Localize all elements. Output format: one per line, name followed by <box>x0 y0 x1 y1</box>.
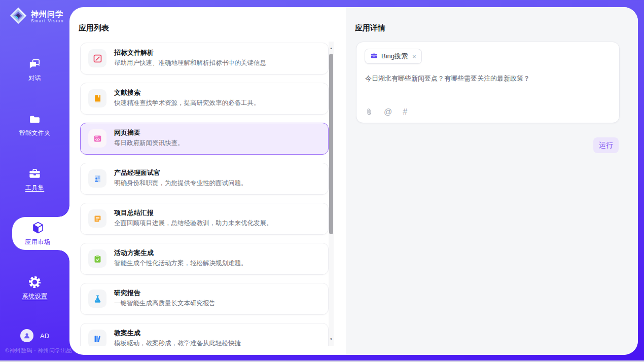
interview-icon <box>88 169 106 188</box>
book-icon <box>88 89 106 107</box>
sidebar-item[interactable]: 应用市场 <box>12 217 69 250</box>
app-card-title: 文献搜索 <box>114 88 140 97</box>
app-card[interactable]: 研究报告 一键智能生成高质量长文本研究报告 <box>80 283 329 315</box>
user-row[interactable]: AD <box>20 329 49 342</box>
edit-doc-icon <box>88 49 106 67</box>
note-icon <box>88 209 106 228</box>
app-card-title: 项目总结汇报 <box>114 208 154 218</box>
avatar[interactable] <box>20 329 33 342</box>
app-window: 神州问学 Smart Vision 对话 智能文件夹 工具集 应用市场 <box>0 0 644 362</box>
app-card-title: 研究报告 <box>114 288 140 298</box>
prompt-card[interactable]: Bing搜索 × 今日湖北有哪些新闻要点？有哪些需要关注的最新政策？ @ # <box>356 42 620 123</box>
app-card-description: 全面回顾项目进展，总结经验教训，助力未来优化发展。 <box>114 219 273 228</box>
run-button[interactable]: 运行 <box>593 137 619 153</box>
app-card-title: 网页摘要 <box>114 128 140 137</box>
app-card-title: 教案生成 <box>114 329 140 338</box>
toolbox-icon <box>28 167 42 180</box>
briefcase-icon <box>370 52 378 61</box>
main-content: 应用列表 招标文件解析 帮助用户快速、准确地理解和解析招标书中的关键信息 文献搜… <box>69 7 638 355</box>
app-card[interactable]: 项目总结汇报 全面回顾项目进展，总结经验教训，助力未来优化发展。 <box>80 203 329 235</box>
sidebar-item-label: 智能文件夹 <box>19 129 51 137</box>
app-card-description: 帮助用户快速、准确地理解和解析招标书中的关键信息 <box>114 59 266 67</box>
attachment-toolbar: @ # <box>365 108 407 116</box>
tool-tag-label: Bing搜索 <box>381 52 408 61</box>
cube-icon <box>31 221 45 235</box>
clipboard-check-icon <box>88 249 106 268</box>
browser-code-icon <box>88 129 106 148</box>
sidebar-item-label: 系统设置 <box>22 292 48 301</box>
app-card-title: 招标文件解析 <box>114 48 154 57</box>
app-list-panel: 应用列表 招标文件解析 帮助用户快速、准确地理解和解析招标书中的关键信息 文献搜… <box>69 7 346 355</box>
app-list-title: 应用列表 <box>79 23 109 33</box>
app-detail-title: 应用详情 <box>355 23 385 33</box>
app-card[interactable]: 产品经理面试官 明确身份和职责，为您提供专业性的面试问题。 <box>80 163 329 195</box>
scrollbar-down-arrow[interactable]: ▼ <box>329 337 334 342</box>
app-card-description: 智能生成个性化活动方案，轻松解决规划难题。 <box>114 259 247 268</box>
sidebar: 神州问学 Smart Vision 对话 智能文件夹 工具集 应用市场 <box>0 0 69 362</box>
user-initials: AD <box>40 332 49 340</box>
app-card-description: 每日政府新闻资讯快查。 <box>114 139 184 148</box>
brand-diamond-icon <box>9 7 27 27</box>
prompt-text[interactable]: 今日湖北有哪些新闻要点？有哪些需要关注的最新政策？ <box>365 74 611 84</box>
app-card-description: 一键智能生成高质量长文本研究报告 <box>114 299 216 308</box>
app-detail-panel: 应用详情 Bing搜索 × 今日湖北有哪些新闻要点？有哪些需要关注的最新政策？ <box>346 7 638 355</box>
scrollbar-up-arrow[interactable]: ▲ <box>329 46 334 51</box>
app-card[interactable]: 教案生成 模板驱动，教案秒成，教学准备从此轻松快捷 <box>80 323 329 346</box>
brand-subtitle: Smart Vision <box>31 19 64 24</box>
app-logo: 神州问学 Smart Vision <box>9 7 64 27</box>
sidebar-item[interactable]: 智能文件夹 <box>0 113 69 137</box>
app-card-description: 快速精准查找学术资源，提高研究效率的必备工具。 <box>114 99 260 107</box>
sidebar-item[interactable]: 对话 <box>0 57 69 83</box>
sidebar-item-label: 对话 <box>28 74 41 83</box>
paperclip-icon[interactable] <box>365 108 373 116</box>
mention-icon[interactable]: @ <box>384 108 392 116</box>
app-card[interactable]: 活动方案生成 智能生成个性化活动方案，轻松解决规划难题。 <box>80 243 329 275</box>
app-card-title: 活动方案生成 <box>114 248 154 258</box>
brand-name: 神州问学 <box>31 10 64 18</box>
app-card[interactable]: 网页摘要 每日政府新闻资讯快查。 <box>80 123 329 155</box>
chat-icon <box>28 57 42 71</box>
sidebar-item[interactable]: 工具集 <box>0 167 69 192</box>
close-icon[interactable]: × <box>412 53 416 60</box>
gear-icon <box>28 275 42 289</box>
tool-tag[interactable]: Bing搜索 × <box>365 49 422 64</box>
sidebar-item[interactable]: 系统设置 <box>0 275 69 301</box>
app-card[interactable]: 招标文件解析 帮助用户快速、准确地理解和解析招标书中的关键信息 <box>80 43 329 75</box>
app-card-description: 模板驱动，教案秒成，教学准备从此轻松快捷 <box>114 339 241 346</box>
app-card[interactable]: 文献搜索 快速精准查找学术资源，提高研究效率的必备工具。 <box>80 83 329 115</box>
hash-icon[interactable]: # <box>403 108 407 116</box>
app-list: 招标文件解析 帮助用户快速、准确地理解和解析招标书中的关键信息 文献搜索 快速精… <box>80 43 329 346</box>
books-icon <box>88 330 106 346</box>
app-card-description: 明确身份和职责，为您提供专业性的面试问题。 <box>114 179 247 188</box>
scrollbar-thumb[interactable] <box>329 54 333 234</box>
sidebar-item-label: 工具集 <box>25 184 45 192</box>
copyright-text: ©神州数码 · 神州问学出品 <box>5 347 72 354</box>
research-icon <box>88 289 106 308</box>
folder-icon <box>28 113 41 126</box>
sidebar-item-label: 应用市场 <box>25 238 51 246</box>
app-card-title: 产品经理面试官 <box>114 168 160 177</box>
scrollbar[interactable]: ▲ ▼ <box>329 42 334 346</box>
